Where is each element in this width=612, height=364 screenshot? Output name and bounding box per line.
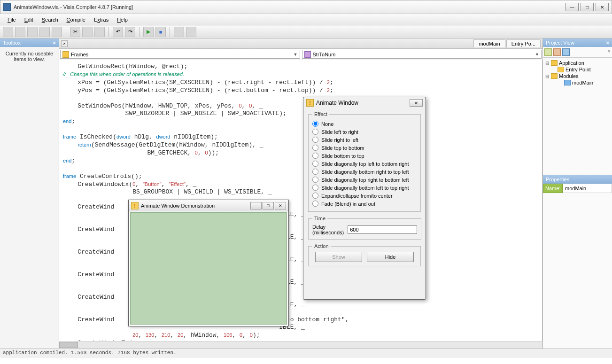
menu-file[interactable]: File (4, 15, 20, 24)
toolbox-close-icon[interactable]: × (53, 40, 56, 46)
time-legend: Time (312, 216, 327, 221)
run-icon[interactable]: ▶ (143, 27, 154, 37)
effect-radio-label: Expand/collapse from/to center (321, 193, 393, 199)
copy-icon[interactable] (82, 27, 93, 37)
tab-entrypoint[interactable]: Entry Po... (506, 39, 541, 47)
projtool-close-icon[interactable]: × (608, 48, 611, 56)
effect-radio-input[interactable] (312, 153, 318, 159)
effect-radio-label: Slide diagonally top left to bottom righ… (321, 161, 409, 167)
effect-radio-label: Fade (Blend) in and out (321, 201, 375, 207)
demo-minimize-button[interactable]: — (250, 202, 262, 209)
projtool2-icon[interactable] (553, 48, 561, 56)
effect-radio-label: Slide diagonally bottom left to top righ… (321, 185, 409, 191)
stop-icon[interactable]: ■ (155, 27, 166, 37)
effect-radio-7[interactable]: Slide diagonally top right to bottom lef… (312, 176, 417, 184)
project-view-close-icon[interactable]: × (606, 40, 609, 46)
menu-search[interactable]: Search (38, 15, 62, 24)
tool2-icon[interactable] (186, 27, 196, 37)
effect-radio-label: Slide bottom to top (321, 153, 364, 159)
project-view-panel: Project View × × ⊟Application Entry Poin… (542, 39, 612, 175)
effect-radio-8[interactable]: Slide diagonally bottom left to top righ… (312, 184, 417, 192)
demo-close-button[interactable]: ✕ (275, 202, 286, 209)
effect-radio-input[interactable] (312, 137, 318, 143)
effect-radio-1[interactable]: Slide left to right (312, 128, 417, 136)
effect-radio-input[interactable] (312, 177, 318, 183)
tree-node-entrypoint[interactable]: Entry Point (545, 66, 610, 73)
projtool3-icon[interactable] (562, 48, 570, 56)
menu-extras[interactable]: Extras (90, 15, 112, 24)
save-icon[interactable] (27, 27, 38, 37)
effect-group: Effect NoneSlide left to rightSlide righ… (308, 111, 421, 212)
effect-radio-input[interactable] (312, 145, 318, 151)
undo-icon[interactable]: ↶ (113, 27, 123, 37)
effect-radio-label: None (321, 121, 333, 127)
redo-icon[interactable]: ↷ (125, 27, 135, 37)
animate-close-button[interactable]: ✕ (410, 99, 423, 107)
demo-window-title: Animate Window Demonstration (141, 203, 249, 209)
effect-radio-input[interactable] (312, 201, 318, 207)
member-dropdown[interactable]: StrToNum ▼ (302, 50, 542, 59)
tool1-icon[interactable] (174, 27, 184, 37)
toolbox-header: Toolbox × (0, 39, 59, 47)
effect-radio-5[interactable]: Slide diagonally top left to bottom righ… (312, 160, 417, 168)
project-view-header: Project View × (543, 39, 612, 47)
effect-radio-input[interactable] (312, 129, 318, 135)
effect-radio-input[interactable] (312, 169, 318, 175)
horizontal-scrollbar[interactable] (59, 341, 542, 349)
menu-edit[interactable]: Edit (21, 15, 37, 24)
status-bar: application compiled. 1.563 seconds. 716… (0, 349, 612, 358)
effect-radio-label: Slide top to bottom (321, 145, 364, 151)
menubar: File Edit Search Compile Extras Help (0, 14, 612, 25)
project-view-title: Project View (546, 40, 574, 46)
effect-radio-9[interactable]: Expand/collapse from/to center (312, 192, 417, 200)
close-button[interactable]: ✕ (596, 3, 609, 11)
close-tab-icon[interactable]: × (61, 40, 68, 47)
member-icon (304, 51, 311, 58)
demo-window[interactable]: ! Animate Window Demonstration — □ ✕ (128, 200, 289, 326)
effect-radio-4[interactable]: Slide bottom to top (312, 152, 417, 160)
effect-radio-input[interactable] (312, 193, 318, 199)
demo-window-body (130, 212, 287, 325)
tree-node-modmain[interactable]: modMain (545, 79, 610, 86)
tree-node-application[interactable]: ⊟Application (545, 60, 610, 66)
effect-radio-2[interactable]: Slide right to left (312, 136, 417, 144)
paste-icon[interactable] (94, 27, 105, 37)
effect-radio-input[interactable] (312, 161, 318, 167)
menu-help[interactable]: Help (113, 15, 132, 24)
demo-window-titlebar[interactable]: ! Animate Window Demonstration — □ ✕ (129, 200, 288, 211)
effect-radio-input[interactable] (312, 185, 318, 191)
open-icon[interactable] (15, 27, 25, 37)
animate-titlebar[interactable]: ! Animate Window ✕ (303, 97, 426, 108)
tab-modmain[interactable]: modMain (473, 39, 505, 47)
effect-radio-0[interactable]: None (312, 120, 417, 128)
tree-node-modules[interactable]: ⊟Modules (545, 73, 610, 79)
properties-header: Properties (543, 175, 612, 184)
show-button[interactable]: Show (315, 252, 362, 262)
new-icon[interactable] (3, 27, 13, 37)
effect-radio-label: Slide left to right (321, 129, 358, 135)
scope-label: Frames (71, 52, 294, 57)
document-tabbar: × modMain Entry Po... (59, 39, 542, 49)
projtool1-icon[interactable] (544, 48, 552, 56)
cut-icon[interactable]: ✂ (70, 27, 80, 37)
maximize-button[interactable]: □ (581, 3, 594, 11)
effect-radio-6[interactable]: Slide diagonally bottom right to top lef… (312, 168, 417, 176)
effect-radio-input[interactable] (312, 121, 318, 127)
minimize-button[interactable]: — (566, 3, 579, 11)
effect-radio-3[interactable]: Slide top to bottom (312, 144, 417, 152)
module-icon (564, 80, 571, 85)
animate-window-dialog[interactable]: ! Animate Window ✕ Effect NoneSlide left… (303, 97, 426, 300)
frames-icon (62, 51, 69, 58)
print-icon[interactable] (52, 27, 62, 37)
member-label: StrToNum (313, 52, 535, 57)
menu-compile[interactable]: Compile (63, 15, 89, 24)
effect-radio-10[interactable]: Fade (Blend) in and out (312, 200, 417, 208)
saveall-icon[interactable] (39, 27, 50, 37)
delay-input[interactable] (348, 225, 417, 234)
toolbar: ✂ ↶ ↷ ▶ ■ (0, 25, 612, 39)
hide-button[interactable]: Hide (367, 252, 414, 262)
action-group: Action Show Hide (308, 243, 421, 266)
scope-dropdown[interactable]: Frames ▼ (60, 50, 300, 59)
demo-maximize-button[interactable]: □ (263, 202, 274, 209)
prop-name-value[interactable]: modMain (563, 184, 612, 193)
